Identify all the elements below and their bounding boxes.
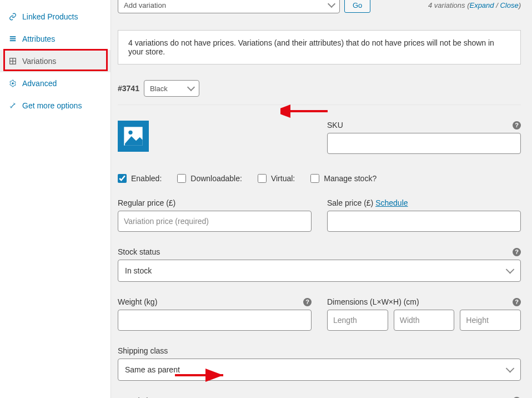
height-input[interactable] xyxy=(460,310,521,331)
svg-point-6 xyxy=(12,82,14,84)
sidebar-item-advanced[interactable]: Advanced xyxy=(0,72,111,94)
grid-icon xyxy=(9,57,17,65)
svg-rect-0 xyxy=(10,36,16,37)
image-placeholder-icon xyxy=(122,125,144,147)
add-variation-select[interactable]: Add variation xyxy=(118,0,340,13)
variation-flags: Enabled: Downloadable: Virtual: Manage s… xyxy=(118,174,521,183)
sidebar-item-label: Advanced xyxy=(22,79,57,88)
variation-form: SKU ? Enabled: Downloadable: Virtu xyxy=(118,105,521,398)
weight-input[interactable] xyxy=(118,310,312,331)
svg-rect-2 xyxy=(10,40,16,41)
notice-text: 4 variations do not have prices. Variati… xyxy=(128,38,494,56)
sidebar-item-linked-products[interactable]: Linked Products xyxy=(0,6,111,28)
sidebar-item-label: Linked Products xyxy=(22,12,78,21)
help-icon[interactable]: ? xyxy=(513,298,521,306)
go-button[interactable]: Go xyxy=(344,0,370,13)
downloadable-checkbox-wrap[interactable]: Downloadable: xyxy=(177,174,242,183)
manage-stock-label: Manage stock? xyxy=(324,174,377,183)
regular-price-label: Regular price (£) xyxy=(118,198,175,207)
manage-stock-checkbox[interactable] xyxy=(310,174,319,183)
sku-label: SKU xyxy=(327,121,343,130)
sidebar-item-variations[interactable]: Variations xyxy=(0,50,111,72)
help-icon[interactable]: ? xyxy=(513,121,521,130)
sku-input[interactable] xyxy=(327,133,521,154)
weight-label: Weight (kg) xyxy=(118,297,157,306)
shipping-class-select[interactable]: Same as parent xyxy=(118,359,521,381)
variations-status: 4 variations (Expand / Close) xyxy=(428,1,521,9)
virtual-checkbox-wrap[interactable]: Virtual: xyxy=(258,174,295,183)
sidebar-item-get-more[interactable]: Get more options xyxy=(0,94,111,117)
enabled-checkbox-wrap[interactable]: Enabled: xyxy=(118,174,162,183)
schedule-link[interactable]: Schedule xyxy=(375,198,408,207)
sidebar-item-attributes[interactable]: Attributes xyxy=(0,28,111,50)
help-icon[interactable]: ? xyxy=(513,248,521,256)
shipping-class-label: Shipping class xyxy=(118,346,168,355)
variations-count: 4 variations xyxy=(428,1,465,9)
close-link[interactable]: Close xyxy=(500,1,518,9)
variation-id: #3741 xyxy=(118,84,139,93)
variations-panel: Add variation Go 4 variations (Expand / … xyxy=(111,0,532,398)
sidebar-item-label: Attributes xyxy=(22,34,55,43)
downloadable-label: Downloadable: xyxy=(190,174,242,183)
product-data-tabs: Linked Products Attributes Variations Ad… xyxy=(0,0,111,398)
svg-point-8 xyxy=(128,131,132,135)
stock-status-label: Stock status xyxy=(118,247,160,256)
list-icon xyxy=(9,35,17,43)
length-input[interactable] xyxy=(327,310,388,331)
wand-icon xyxy=(9,102,17,110)
sidebar-item-label: Get more options xyxy=(22,101,82,110)
variation-attribute-select[interactable]: Black xyxy=(144,80,199,97)
width-input[interactable] xyxy=(394,310,455,331)
svg-rect-1 xyxy=(10,38,16,39)
virtual-checkbox[interactable] xyxy=(258,174,267,183)
dimensions-label: Dimensions (L×W×H) (cm) xyxy=(327,297,419,306)
manage-stock-checkbox-wrap[interactable]: Manage stock? xyxy=(310,174,377,183)
enabled-label: Enabled: xyxy=(131,174,162,183)
variations-toolbar: Add variation Go 4 variations (Expand / … xyxy=(118,0,521,13)
regular-price-input[interactable] xyxy=(118,211,312,232)
enabled-checkbox[interactable] xyxy=(118,174,127,183)
sidebar-item-label: Variations xyxy=(22,57,56,66)
gear-icon xyxy=(9,79,17,87)
downloadable-checkbox[interactable] xyxy=(177,174,186,183)
link-icon xyxy=(9,13,17,21)
variation-image-upload[interactable] xyxy=(118,121,149,152)
stock-status-select[interactable]: In stock xyxy=(118,260,521,282)
help-icon[interactable]: ? xyxy=(303,298,312,306)
virtual-label: Virtual: xyxy=(271,174,295,183)
sale-price-input[interactable] xyxy=(327,211,521,232)
expand-link[interactable]: Expand xyxy=(469,1,494,9)
price-warning-notice: 4 variations do not have prices. Variati… xyxy=(118,30,521,64)
sale-price-label: Sale price (£) Schedule xyxy=(327,198,408,207)
variation-header-row: #3741 Black xyxy=(118,80,521,97)
